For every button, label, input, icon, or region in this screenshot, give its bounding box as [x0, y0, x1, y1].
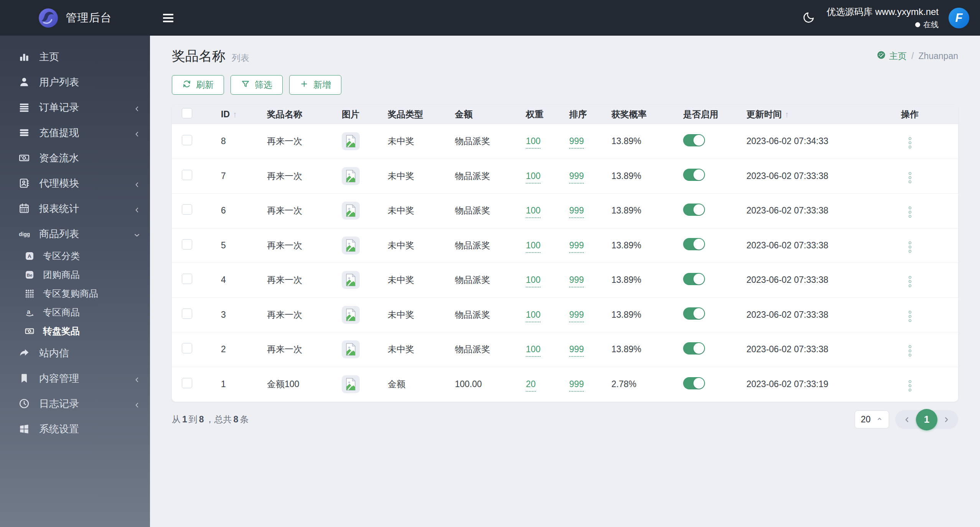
- address-book-icon: [18, 177, 30, 189]
- sidebar-item-messages[interactable]: 站内信: [0, 340, 150, 366]
- refresh-button[interactable]: 刷新: [172, 75, 224, 95]
- cell-prize-type: 未中奖: [380, 240, 447, 251]
- sidebar-item-zone-goods[interactable]: a专区商品: [0, 303, 150, 322]
- enabled-toggle[interactable]: [683, 204, 705, 216]
- weight-editable-link[interactable]: 100: [526, 136, 540, 149]
- row-actions-menu[interactable]: [906, 309, 914, 324]
- app-title: 管理后台: [66, 10, 112, 26]
- cell-prize-type: 未中奖: [380, 309, 447, 321]
- row-checkbox[interactable]: [182, 135, 192, 145]
- sidebar-item-content[interactable]: 内容管理: [0, 366, 150, 391]
- page-size-select[interactable]: 20: [855, 410, 889, 428]
- money-icon: [18, 152, 30, 164]
- calendar-icon: [18, 203, 30, 214]
- sort-editable-link[interactable]: 999: [569, 205, 584, 218]
- weight-editable-link[interactable]: 100: [526, 275, 540, 287]
- sidebar-item-home[interactable]: 主页: [0, 44, 150, 69]
- weight-editable-link[interactable]: 100: [526, 205, 540, 218]
- prize-image-thumbnail[interactable]: [342, 271, 360, 289]
- sidebar-item-funds[interactable]: 资金流水: [0, 145, 150, 171]
- weight-editable-link[interactable]: 100: [526, 344, 540, 357]
- sort-editable-link[interactable]: 999: [569, 310, 584, 322]
- weight-editable-link[interactable]: 100: [526, 240, 540, 253]
- sidebar-item-zone-category[interactable]: A专区分类: [0, 246, 150, 265]
- row-checkbox[interactable]: [182, 343, 192, 353]
- cell-probability: 13.89%: [604, 240, 675, 251]
- sidebar-item-agents[interactable]: 代理模块: [0, 171, 150, 196]
- cell-probability: 13.89%: [604, 275, 675, 285]
- weight-editable-link[interactable]: 100: [526, 171, 540, 184]
- enabled-toggle[interactable]: [683, 273, 705, 285]
- prev-page-button[interactable]: [899, 412, 915, 428]
- prize-image-thumbnail[interactable]: [342, 306, 360, 324]
- sidebar-item-label: 代理模块: [39, 177, 79, 190]
- weight-editable-link[interactable]: 20: [526, 379, 536, 392]
- sidebar-item-zone-rebuy-goods[interactable]: 专区复购商品: [0, 284, 150, 303]
- grid-dots-icon: [25, 289, 35, 299]
- sort-editable-link[interactable]: 999: [569, 344, 584, 357]
- cell-id: 3: [213, 310, 259, 320]
- sidebar-item-wheel-prizes[interactable]: 转盘奖品: [0, 322, 150, 340]
- prize-image-thumbnail[interactable]: [342, 236, 360, 254]
- row-checkbox[interactable]: [182, 274, 192, 284]
- enabled-toggle[interactable]: [683, 238, 705, 250]
- sidebar-item-goods[interactable]: digg商品列表: [0, 221, 150, 246]
- add-button[interactable]: 新增: [289, 75, 341, 95]
- sidebar-item-group-goods[interactable]: Be团购商品: [0, 265, 150, 284]
- sort-editable-link[interactable]: 999: [569, 240, 584, 253]
- row-actions-menu[interactable]: [906, 170, 914, 186]
- user-avatar[interactable]: F: [949, 8, 969, 28]
- sort-editable-link[interactable]: 999: [569, 136, 584, 149]
- prize-image-thumbnail[interactable]: [342, 202, 360, 220]
- cell-amount: 物品派奖: [447, 135, 518, 147]
- chevron-left-icon: [133, 205, 141, 212]
- column-header-id[interactable]: ID↑: [213, 109, 259, 120]
- table-row: 7 再来一次 未中奖 物品派奖 100 999 13.89% 2023-06-0…: [172, 159, 958, 194]
- enabled-toggle[interactable]: [683, 307, 705, 320]
- row-actions-menu[interactable]: [906, 274, 914, 289]
- prize-image-thumbnail[interactable]: [342, 340, 360, 358]
- cell-updated-time: 2023-06-02 07:33:38: [739, 310, 861, 320]
- hamburger-menu-icon[interactable]: [163, 14, 173, 22]
- sort-editable-link[interactable]: 999: [569, 275, 584, 287]
- row-checkbox[interactable]: [182, 170, 192, 180]
- enabled-toggle[interactable]: [683, 134, 705, 146]
- sidebar-item-recharge-withdraw[interactable]: 充值提现: [0, 120, 150, 145]
- sidebar-item-label: 专区复购商品: [43, 287, 98, 300]
- row-actions-menu[interactable]: [906, 378, 914, 394]
- enabled-toggle[interactable]: [683, 342, 705, 355]
- dark-mode-toggle[interactable]: [801, 10, 817, 26]
- weight-editable-link[interactable]: 100: [526, 310, 540, 322]
- row-actions-menu[interactable]: [906, 239, 914, 255]
- select-all-checkbox[interactable]: [182, 108, 192, 118]
- row-checkbox[interactable]: [182, 239, 192, 250]
- prize-image-thumbnail[interactable]: [342, 167, 360, 185]
- cell-prize-name: 再来一次: [259, 343, 334, 355]
- next-page-button[interactable]: [938, 412, 954, 428]
- row-actions-menu[interactable]: [906, 343, 914, 359]
- column-header-updated[interactable]: 更新时间↑: [739, 108, 861, 120]
- prize-image-thumbnail[interactable]: [342, 375, 360, 393]
- sidebar-item-logs[interactable]: 日志记录: [0, 391, 150, 416]
- bookmark-icon: [18, 373, 30, 384]
- row-checkbox[interactable]: [182, 204, 192, 215]
- breadcrumb-home-link[interactable]: 主页: [877, 50, 907, 62]
- sidebar-item-users[interactable]: 用户列表: [0, 69, 150, 95]
- sidebar-item-label: 主页: [39, 50, 59, 64]
- filter-button[interactable]: 筛选: [231, 75, 283, 95]
- prize-image-thumbnail[interactable]: [342, 132, 360, 150]
- row-actions-menu[interactable]: [906, 135, 914, 151]
- cell-amount: 100.00: [447, 379, 518, 389]
- sidebar-item-reports[interactable]: 报表统计: [0, 196, 150, 221]
- sort-editable-link[interactable]: 999: [569, 171, 584, 184]
- enabled-toggle[interactable]: [683, 377, 705, 389]
- sidebar-item-settings[interactable]: 系统设置: [0, 416, 150, 442]
- sort-editable-link[interactable]: 999: [569, 379, 584, 392]
- site-info: 优选源码库 www.yxymk.net 在线: [827, 6, 939, 30]
- row-checkbox[interactable]: [182, 378, 192, 388]
- enabled-toggle[interactable]: [683, 169, 705, 181]
- sidebar-item-orders[interactable]: 订单记录: [0, 95, 150, 120]
- row-checkbox[interactable]: [182, 309, 192, 319]
- current-page-button[interactable]: 1: [916, 409, 937, 430]
- row-actions-menu[interactable]: [906, 204, 914, 220]
